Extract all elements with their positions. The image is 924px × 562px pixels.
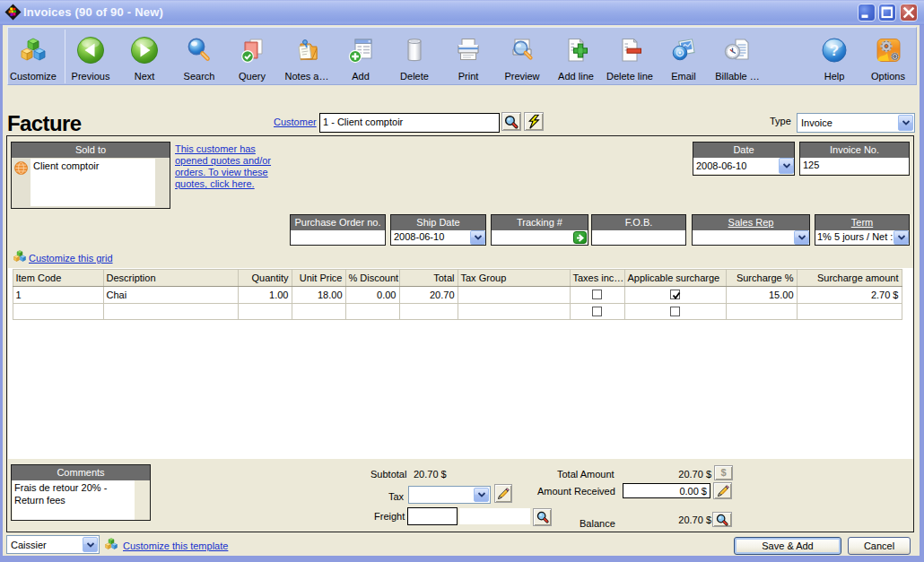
svg-text:?: ? xyxy=(830,42,839,59)
